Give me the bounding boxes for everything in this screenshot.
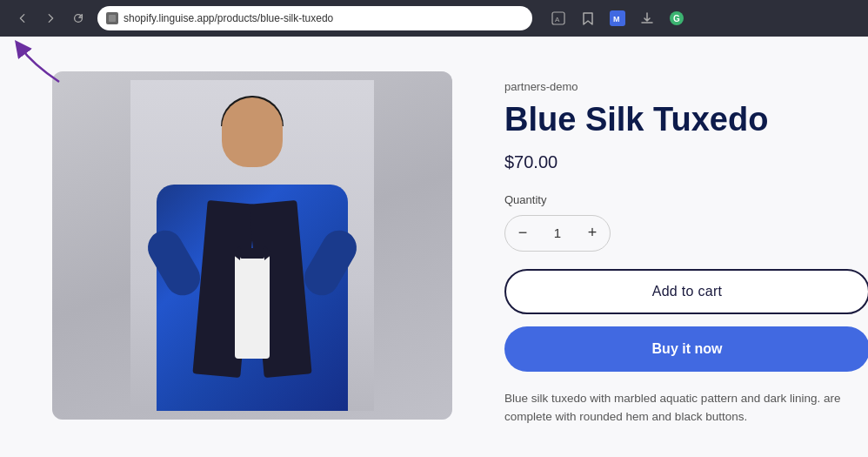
quantity-decrease-button[interactable]: − <box>505 216 540 251</box>
browser-chrome: shopify.linguise.app/products/blue-silk-… <box>0 0 868 37</box>
product-image-placeholder <box>52 71 452 420</box>
forward-button[interactable] <box>38 6 63 30</box>
svg-rect-0 <box>109 15 116 22</box>
product-description: Blue silk tuxedo with marbled aquatic pa… <box>504 389 868 427</box>
quantity-control: − 1 + <box>504 215 611 252</box>
add-to-cart-button[interactable]: Add to cart <box>504 269 868 314</box>
brand-name: partners-demo <box>504 80 868 93</box>
annotation-arrow <box>7 38 77 94</box>
download-icon[interactable] <box>635 6 659 30</box>
product-image <box>52 71 452 420</box>
profile-icon[interactable]: M <box>605 6 630 30</box>
translate-icon[interactable]: A <box>546 6 571 30</box>
quantity-increase-button[interactable]: + <box>575 216 610 251</box>
nav-buttons <box>10 6 90 30</box>
page-content: partners-demo Blue Silk Tuxedo $70.00 Qu… <box>0 37 868 457</box>
quantity-value: 1 <box>540 225 575 240</box>
bookmark-icon[interactable] <box>576 6 600 30</box>
svg-text:A: A <box>555 16 560 24</box>
reload-button[interactable] <box>66 6 90 30</box>
browser-actions: A M G <box>546 6 689 30</box>
quantity-label: Quantity <box>504 193 868 206</box>
product-price: $70.00 <box>504 152 868 172</box>
address-bar[interactable]: shopify.linguise.app/products/blue-silk-… <box>97 6 532 30</box>
figure <box>130 80 374 411</box>
svg-text:M: M <box>613 15 620 24</box>
product-title: Blue Silk Tuxedo <box>504 102 868 138</box>
site-icon <box>106 12 118 24</box>
back-button[interactable] <box>10 6 35 30</box>
svg-text:G: G <box>673 14 680 24</box>
url-text: shopify.linguise.app/products/blue-silk-… <box>124 12 524 24</box>
buy-it-now-button[interactable]: Buy it now <box>504 326 868 372</box>
extension-icon[interactable]: G <box>664 6 689 30</box>
product-info: partners-demo Blue Silk Tuxedo $70.00 Qu… <box>504 71 868 427</box>
